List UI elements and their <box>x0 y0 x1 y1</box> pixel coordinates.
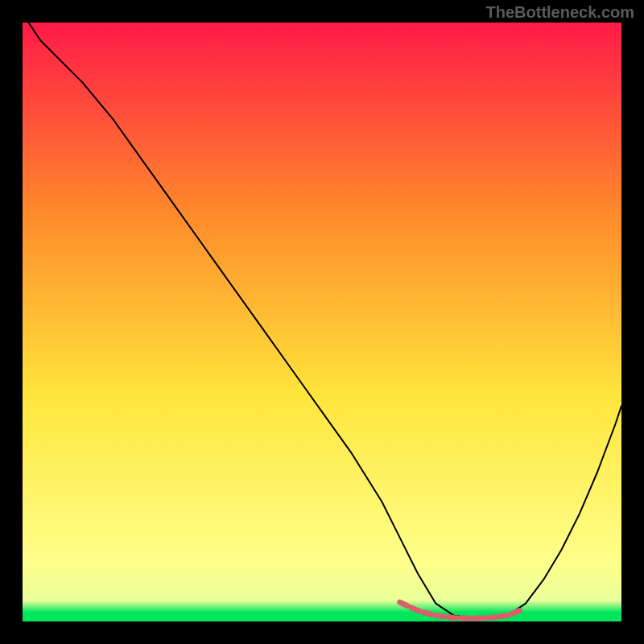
chart-background <box>23 23 621 621</box>
chart-svg <box>23 23 621 621</box>
chart-plot-area <box>23 23 621 621</box>
watermark-text: TheBottleneck.com <box>486 3 634 22</box>
